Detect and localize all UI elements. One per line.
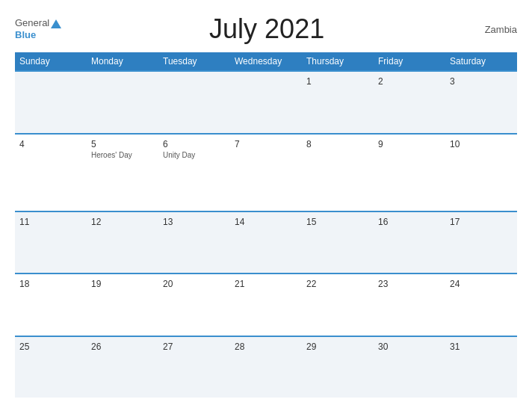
day-number: 10 [450,139,513,149]
day-number: 5 [91,139,154,149]
month-title: July 2021 [61,13,472,45]
calendar-cell: 21 [230,274,302,336]
header-wednesday: Wednesday [230,52,302,71]
day-number: 23 [378,279,441,289]
calendar-cell: 27 [158,336,230,398]
calendar-cell: 26 [87,336,158,398]
header-tuesday: Tuesday [158,52,230,71]
calendar-cell [158,71,230,134]
calendar-cell: 28 [230,336,302,398]
calendar-cell: 4 [15,134,87,211]
logo-triangle-icon [51,19,61,28]
holiday-label: Unity Day [163,151,226,159]
calendar-cell: 31 [445,336,517,398]
day-number: 14 [235,217,297,227]
header-friday: Friday [374,52,445,71]
day-number: 27 [163,342,226,352]
calendar-cell: 30 [374,336,445,398]
logo-general-text: General [15,17,49,29]
logo: General Blue [15,17,61,40]
day-number: 6 [163,139,226,149]
calendar-cell: 16 [374,211,445,274]
day-number: 22 [306,279,369,289]
calendar-cell: 12 [87,211,158,274]
calendar-week-row: 25262728293031 [15,336,517,398]
calendar-cell [87,71,158,134]
day-number: 7 [235,139,297,149]
calendar-header-row: Sunday Monday Tuesday Wednesday Thursday… [15,52,517,71]
calendar-cell: 24 [445,274,517,336]
day-number: 28 [235,342,297,352]
calendar-cell: 25 [15,336,87,398]
day-number: 13 [163,217,226,227]
calendar-cell: 20 [158,274,230,336]
header-sunday: Sunday [15,52,87,71]
day-number: 26 [91,342,154,352]
header-saturday: Saturday [445,52,517,71]
calendar-cell: 13 [158,211,230,274]
calendar-cell: 23 [374,274,445,336]
day-number: 20 [163,279,226,289]
day-number: 9 [378,139,441,149]
day-number: 12 [91,217,154,227]
calendar-cell: 9 [374,134,445,211]
header-thursday: Thursday [302,52,374,71]
calendar-cell: 11 [15,211,87,274]
calendar-week-row: 11121314151617 [15,211,517,274]
day-number: 8 [306,139,369,149]
day-number: 25 [19,342,82,352]
day-number: 3 [450,76,513,87]
calendar-cell: 29 [302,336,374,398]
calendar-week-row: 18192021222324 [15,274,517,336]
calendar-cell: 19 [87,274,158,336]
day-number: 16 [378,217,441,227]
weekday-header-row: Sunday Monday Tuesday Wednesday Thursday… [15,52,517,71]
calendar-cell: 17 [445,211,517,274]
calendar-cell [15,71,87,134]
calendar-cell: 2 [374,71,445,134]
holiday-label: Heroes' Day [91,151,154,159]
day-number: 17 [450,217,513,227]
calendar-week-row: 45Heroes' Day6Unity Day78910 [15,134,517,211]
day-number: 2 [378,76,441,87]
calendar-cell: 22 [302,274,374,336]
day-number: 11 [19,217,82,227]
calendar-cell: 3 [445,71,517,134]
day-number: 30 [378,342,441,352]
calendar-cell [230,71,302,134]
header-monday: Monday [87,52,158,71]
day-number: 31 [450,342,513,352]
calendar-cell: 15 [302,211,374,274]
calendar-table: Sunday Monday Tuesday Wednesday Thursday… [15,52,517,398]
day-number: 1 [306,76,369,87]
calendar-week-row: 123 [15,71,517,134]
country-label: Zambia [472,24,517,35]
calendar-container: General Blue July 2021 Zambia Sunday Mon… [0,0,532,411]
logo-row1: General [15,17,61,29]
day-number: 15 [306,217,369,227]
calendar-cell: 7 [230,134,302,211]
calendar-cell: 18 [15,274,87,336]
day-number: 21 [235,279,297,289]
calendar-cell: 14 [230,211,302,274]
calendar-cell: 10 [445,134,517,211]
day-number: 24 [450,279,513,289]
calendar-body: 12345Heroes' Day6Unity Day78910111213141… [15,71,517,398]
calendar-cell: 5Heroes' Day [87,134,158,211]
calendar-header: General Blue July 2021 Zambia [15,13,517,45]
calendar-cell: 6Unity Day [158,134,230,211]
calendar-cell: 1 [302,71,374,134]
day-number: 4 [19,139,82,149]
day-number: 18 [19,279,82,289]
calendar-cell: 8 [302,134,374,211]
logo-text: General Blue [15,17,61,40]
logo-blue-text: Blue [15,29,61,41]
day-number: 19 [91,279,154,289]
day-number: 29 [306,342,369,352]
